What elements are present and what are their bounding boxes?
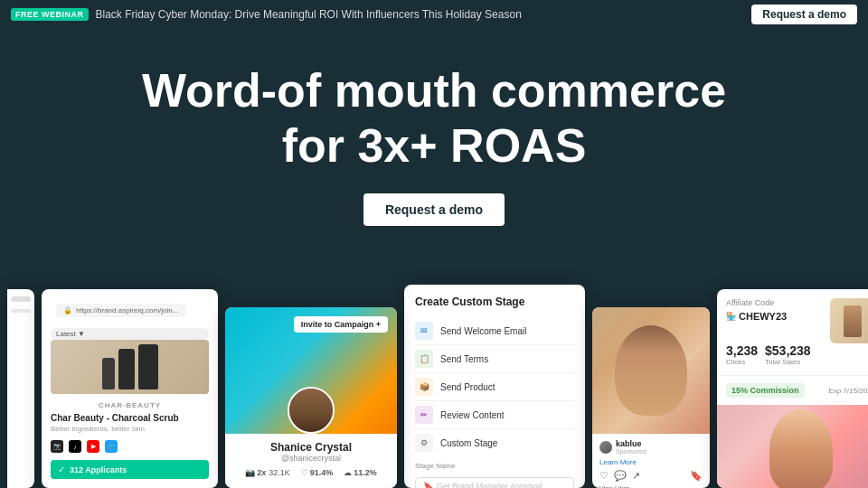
share-icon[interactable]: ↗: [632, 470, 640, 482]
cards-row: 🔒 https://brand.aspireiq.com/join... Lat…: [0, 285, 868, 488]
webinar-badge: FREE WEBINAR: [11, 8, 89, 21]
score-icon: ☁: [344, 468, 352, 477]
custom-stage-icon: ⚙: [415, 434, 433, 452]
affiliate-top: Affiliate Code 🏪 CHEWY23 3,238 Clicks $5…: [717, 289, 868, 376]
engagement-rate: 91.4%: [310, 468, 334, 477]
twitter-icon[interactable]: 🐦: [105, 440, 118, 453]
youtube-icon[interactable]: ▶: [87, 440, 99, 453]
stage-custom[interactable]: ⚙ Custom Stage: [415, 429, 574, 456]
stage-review-content[interactable]: ✏ Review Content: [415, 401, 574, 429]
person-image: [717, 405, 868, 488]
person-silhouette: [615, 325, 687, 416]
custom-stage-title: Create Custom Stage: [415, 296, 574, 308]
post-actions: ♡ 💬 ↗ 🔖: [599, 470, 703, 482]
product-bottles: [102, 344, 158, 389]
avatar-face: [289, 389, 333, 432]
like-icon[interactable]: ♡: [599, 470, 609, 482]
influencer-info: Shanice Crystal @shanicecrystal 📷 2x 32.…: [225, 434, 397, 488]
tiktok-icon[interactable]: ♪: [69, 440, 81, 453]
product-listing-card: 🔒 https://brand.aspireiq.com/join... Lat…: [42, 289, 218, 488]
sponsored-label: Sponsored: [616, 448, 646, 455]
score-stat: ☁ 11.2%: [344, 468, 377, 477]
stage-label-2: Send Product: [440, 382, 495, 392]
bottle-2: [102, 358, 115, 389]
sales-stat: $53,238 Total Sales: [765, 343, 811, 366]
social-post-card: kablue Sponsored Learn More ♡ 💬 ↗ 🔖 View…: [592, 307, 710, 488]
stage-name-label: Stage Name: [415, 462, 574, 470]
instagram-icon[interactable]: 📷: [51, 440, 63, 453]
filter-badge[interactable]: Latest ▼: [51, 328, 209, 340]
review-content-icon: ✏: [415, 406, 433, 424]
hero-section: Word-of mouth commerce for 3x+ ROAS Requ…: [0, 29, 868, 253]
platform-badge-icon: 🏪: [726, 312, 736, 321]
expiry-date: Exp 7/15/2023: [828, 387, 868, 395]
social-links: 📷 ♪ ▶ 🐦: [51, 440, 209, 453]
hero-title-line1: Word-of mouth commerce: [0, 65, 868, 117]
influencer-name: Shanice Crystal: [270, 441, 352, 454]
clicks-label: Clicks: [726, 358, 758, 366]
stage-label-4: Custom Stage: [440, 438, 497, 448]
clicks-stat: 3,238 Clicks: [726, 343, 758, 366]
stage-label-3: Review Content: [440, 410, 505, 420]
learn-more-link[interactable]: Learn More: [599, 458, 703, 466]
affiliate-card: Affiliate Code 🏪 CHEWY23 3,238 Clicks $5…: [717, 289, 868, 488]
check-icon: ✓: [58, 465, 65, 474]
applicants-footer: ✓ 312 Applicants: [51, 460, 209, 479]
partial-card: [7, 289, 34, 488]
affiliate-product-image: [830, 298, 868, 343]
banner-text: Black Friday Cyber Monday: Drive Meaning…: [96, 8, 745, 21]
clicks-value: 3,238: [726, 343, 758, 358]
influencer-avatar: [288, 387, 335, 434]
send-product-icon: 📦: [415, 378, 433, 396]
input-icon: 🔖: [423, 482, 433, 488]
post-content: kablue Sponsored Learn More ♡ 💬 ↗ 🔖 View…: [592, 434, 710, 488]
top-banner: FREE WEBINAR Black Friday Cyber Monday: …: [0, 0, 868, 29]
card1-top: 🔒 https://brand.aspireiq.com/join...: [51, 298, 209, 323]
post-username: kablue: [616, 439, 646, 448]
stage-send-terms[interactable]: 📋 Send Terms: [415, 345, 574, 373]
affiliate-bottom: 15% Commission Exp 7/15/2023: [717, 376, 868, 405]
invite-to-campaign-button[interactable]: Invite to Campaign +: [294, 316, 388, 333]
product-desc: Better ingredients, better skin.: [51, 425, 209, 433]
welcome-email-icon: ✉: [415, 322, 433, 340]
sales-value: $53,238: [765, 343, 811, 358]
post-image: [592, 307, 710, 434]
hero-cta-button[interactable]: Request a demo: [363, 193, 505, 226]
post-user: kablue Sponsored: [599, 439, 703, 455]
score-value: 11.2%: [354, 468, 377, 477]
custom-stage-card: Create Custom Stage ✉ Send Welcome Email…: [404, 285, 585, 488]
influencer-profile-card: Invite to Campaign + Shanice Crystal @sh…: [225, 307, 397, 488]
stage-name-input[interactable]: 🔖 Get Brand Manager Approval: [415, 477, 574, 488]
engagement-stat: ♡ 91.4%: [301, 468, 334, 477]
sales-label: Total Sales: [765, 358, 811, 366]
stage-send-product[interactable]: 📦 Send Product: [415, 373, 574, 401]
platform-multiplier: 2x: [257, 468, 266, 477]
bottle-1: [118, 349, 135, 389]
url-bar: 🔒 https://brand.aspireiq.com/join...: [56, 304, 185, 317]
stage-label-1: Send Terms: [440, 354, 488, 364]
bookmark-icon[interactable]: 🔖: [690, 470, 703, 482]
person-body-silhouette: [769, 409, 833, 488]
commission-badge: 15% Commission: [726, 383, 805, 398]
influencer-stats: 📷 2x 32.1K ♡ 91.4% ☁ 11.2%: [245, 468, 377, 477]
send-terms-icon: 📋: [415, 350, 433, 368]
affiliate-stats: 3,238 Clicks $53,238 Total Sales: [726, 343, 868, 366]
product-name: Char Beauty - Charcoal Scrub: [51, 413, 209, 423]
engagement-icon: ♡: [301, 468, 308, 477]
product-image: [51, 340, 209, 394]
stage-label-0: Send Welcome Email: [440, 326, 526, 336]
instagram-stat-icon: 📷: [245, 468, 255, 477]
comment-icon[interactable]: 💬: [614, 470, 627, 482]
stage-welcome-email[interactable]: ✉ Send Welcome Email: [415, 317, 574, 345]
platform-stat: 📷 2x 32.1K: [245, 468, 290, 477]
banner-cta-button[interactable]: Request a demo: [751, 5, 857, 24]
post-avatar: [599, 441, 612, 454]
applicants-count: 312 Applicants: [70, 465, 127, 474]
input-placeholder-text: Get Brand Manager Approval: [437, 482, 542, 488]
brand-name: CHAR·BEAUTY: [51, 401, 209, 409]
hero-title-line2: for 3x+ ROAS: [0, 120, 868, 172]
affiliate-code: CHEWY23: [739, 311, 787, 322]
influencer-handle: @shanicecrystal: [281, 454, 341, 463]
product-bottle: [844, 305, 862, 337]
bottle-3: [138, 344, 158, 389]
